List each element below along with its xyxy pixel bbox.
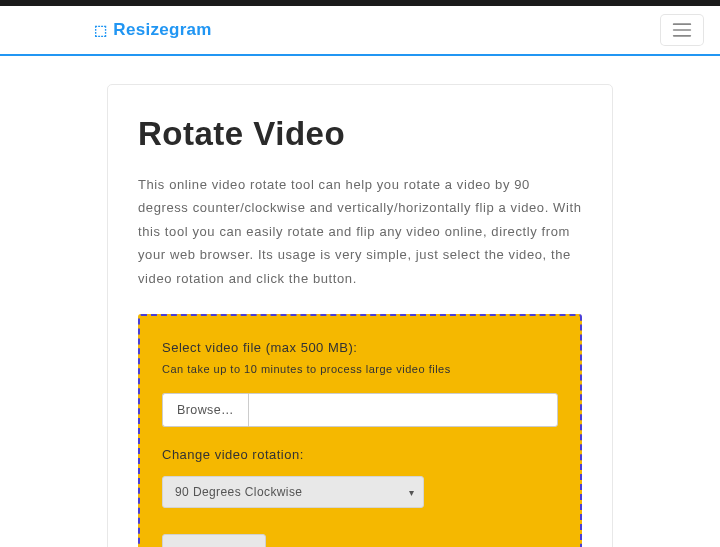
file-select-label: Select video file (max 500 MB): [162, 340, 558, 355]
brand-link[interactable]: ⬚ Resizegram [16, 20, 212, 40]
page-description: This online video rotate tool can help y… [138, 173, 582, 290]
file-input-group: Browse… [162, 393, 558, 427]
brand-text: Resizegram [113, 20, 211, 40]
main-container: Rotate Video This online video rotate to… [0, 56, 720, 547]
rotation-label: Change video rotation: [162, 447, 558, 462]
rotation-select-wrapper: 90 Degrees Clockwise ▾ [162, 476, 424, 508]
submit-button[interactable]: Submit Now [162, 534, 266, 547]
browse-button[interactable]: Browse… [162, 393, 248, 427]
upload-form-panel: Select video file (max 500 MB): Can take… [138, 314, 582, 547]
navbar: ⬚ Resizegram [0, 6, 720, 56]
hamburger-icon [672, 22, 692, 38]
rotation-select[interactable]: 90 Degrees Clockwise [162, 476, 424, 508]
page-title: Rotate Video [138, 115, 582, 153]
file-path-input[interactable] [248, 393, 558, 427]
file-processing-hint: Can take up to 10 minutes to process lar… [162, 363, 558, 375]
brand-icon: ⬚ [94, 22, 107, 38]
menu-toggle-button[interactable] [660, 14, 704, 46]
content-card: Rotate Video This online video rotate to… [107, 84, 613, 547]
